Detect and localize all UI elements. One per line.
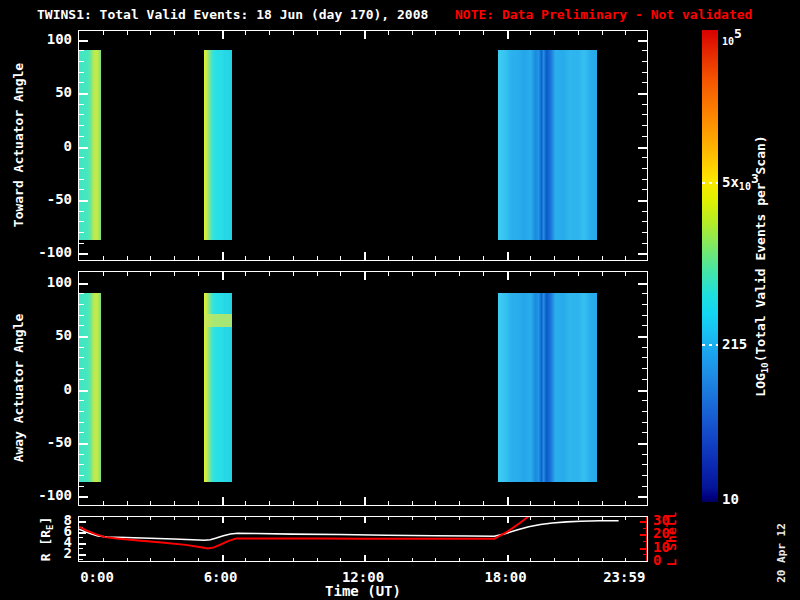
y-axis-tick xyxy=(642,464,647,465)
y-axis-tick xyxy=(638,200,647,202)
x-axis-tick xyxy=(507,31,509,39)
x-axis-tick xyxy=(127,272,128,276)
spectrogram-away-panel xyxy=(78,271,648,506)
y-axis-tick xyxy=(642,347,647,348)
x-axis-tick-label: 18:00 xyxy=(474,570,538,584)
y-axis-tick xyxy=(642,293,647,294)
colorbar xyxy=(702,30,718,502)
spectrogram-band xyxy=(498,293,597,483)
y-axis-tick xyxy=(79,253,88,255)
y-axis-tick-label: -100 xyxy=(30,245,72,259)
y-axis-tick xyxy=(642,136,647,137)
y-axis-tick xyxy=(642,168,647,169)
x-axis-tick xyxy=(174,501,175,505)
x-axis-tick xyxy=(222,31,224,39)
x-axis-tick xyxy=(435,501,436,505)
y-axis-tick xyxy=(79,325,84,326)
x-axis-tick xyxy=(530,31,531,35)
y-axis-tick xyxy=(642,357,647,358)
colorbar-label-exponent: 5 xyxy=(734,26,742,41)
x-axis-tick xyxy=(459,256,460,260)
y-axis-tick xyxy=(79,304,84,305)
xlabel-time-ut: Time (UT) xyxy=(303,583,423,599)
y-axis-tick xyxy=(79,486,84,487)
y-axis-tick xyxy=(642,232,647,233)
x-axis-tick xyxy=(245,256,246,260)
x-axis-tick xyxy=(435,31,436,35)
x-axis-tick xyxy=(293,272,294,276)
r-axis-tick-label: 8 xyxy=(30,513,72,527)
y-axis-tick xyxy=(79,189,84,190)
y-axis-tick xyxy=(79,336,88,338)
x-axis-tick xyxy=(625,272,626,276)
x-axis-tick xyxy=(198,501,199,505)
y-axis-tick xyxy=(79,379,84,380)
colorbar-label-exponent: 3 xyxy=(751,171,759,186)
x-axis-tick xyxy=(293,256,294,260)
y-axis-tick xyxy=(79,211,84,212)
y-axis-tick xyxy=(79,400,84,401)
colorbar-value-label: 105 xyxy=(722,30,742,46)
x-axis-tick xyxy=(602,256,603,260)
x-axis-tick xyxy=(269,256,270,260)
x-axis-tick xyxy=(530,272,531,276)
y-axis-tick xyxy=(79,40,88,42)
y-axis-tick xyxy=(638,336,647,338)
y-axis-tick xyxy=(79,454,84,455)
y-axis-tick xyxy=(79,496,88,498)
y-axis-tick-label: 0 xyxy=(30,139,72,153)
y-axis-tick xyxy=(79,347,84,348)
lshell-axis-tick xyxy=(640,561,647,562)
y-axis-tick xyxy=(642,315,647,316)
colorbar-tick-dash xyxy=(702,182,718,184)
figure-canvas: TWINS1: Total Valid Events: 18 Jun (day … xyxy=(0,0,800,600)
x-axis-tick xyxy=(150,501,151,505)
r-radius-line xyxy=(79,521,619,540)
y-axis-tick xyxy=(642,114,647,115)
y-axis-tick xyxy=(638,93,647,95)
x-axis-tick xyxy=(127,501,128,505)
y-axis-tick xyxy=(642,304,647,305)
x-axis-tick xyxy=(103,31,104,35)
y-axis-tick xyxy=(642,475,647,476)
y-axis-tick xyxy=(79,390,88,392)
x-axis-tick xyxy=(412,31,413,35)
x-axis-tick xyxy=(412,272,413,276)
y-axis-tick xyxy=(642,104,647,105)
x-axis-tick xyxy=(340,272,341,276)
x-axis-tick xyxy=(103,272,104,276)
y-axis-tick xyxy=(642,125,647,126)
y-axis-tick xyxy=(79,368,84,369)
x-axis-tick xyxy=(530,256,531,260)
x-axis-tick xyxy=(174,272,175,276)
x-axis-tick xyxy=(554,501,555,505)
y-axis-tick xyxy=(79,72,84,73)
y-axis-tick xyxy=(79,232,84,233)
x-axis-tick xyxy=(364,497,366,505)
x-axis-tick xyxy=(245,272,246,276)
x-axis-tick xyxy=(222,252,224,260)
ylabel-away-actuator-angle: Away Actuator Angle xyxy=(12,314,25,463)
preliminary-note: NOTE: Data Preliminary - Not validated xyxy=(455,7,752,22)
y-axis-tick xyxy=(642,189,647,190)
x-axis-tick xyxy=(103,256,104,260)
y-axis-tick xyxy=(642,50,647,51)
x-axis-tick xyxy=(174,256,175,260)
x-axis-tick xyxy=(388,501,389,505)
x-axis-tick xyxy=(459,31,460,35)
y-axis-tick xyxy=(79,443,88,445)
x-axis-tick xyxy=(103,501,104,505)
x-axis-tick xyxy=(507,252,509,260)
y-axis-tick xyxy=(638,283,647,285)
y-axis-tick xyxy=(79,168,84,169)
y-axis-tick xyxy=(79,200,88,202)
x-axis-tick xyxy=(222,272,224,280)
y-axis-tick-label: 100 xyxy=(30,275,72,289)
y-axis-tick xyxy=(642,368,647,369)
x-axis-tick xyxy=(602,272,603,276)
figure-title: TWINS1: Total Valid Events: 18 Jun (day … xyxy=(37,7,428,22)
x-axis-tick xyxy=(625,256,626,260)
x-axis-tick xyxy=(412,256,413,260)
x-axis-tick-label: 6:00 xyxy=(189,570,253,584)
l-shell-line xyxy=(79,517,532,548)
